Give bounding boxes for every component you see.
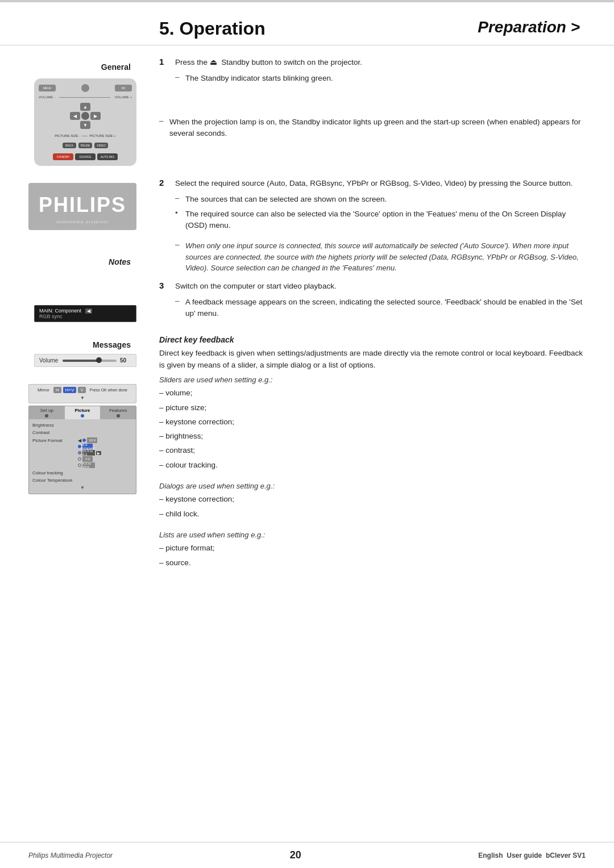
step-2-bullet-text-2: The required source can also be selected…	[185, 208, 586, 232]
slider-text-1: – volume;	[159, 387, 193, 399]
footer-page-number: 20	[290, 849, 301, 861]
spacer-5	[159, 523, 586, 529]
source-line2: RGB sync	[39, 314, 131, 319]
slider-item-5: – contrast;	[159, 445, 586, 456]
remote-volume-section: VOLUME - VOLUME +	[39, 95, 132, 99]
notes-italic-text: When only one input source is connected,…	[185, 240, 586, 274]
step-2-number: 2	[159, 178, 175, 187]
volume-label: Volume	[39, 357, 59, 364]
step-2-bullet-text-1: The sources that can be selected are sho…	[185, 194, 387, 205]
remote-up-btn: ▲	[80, 103, 90, 111]
remote-video-btn: VIDEO	[94, 143, 108, 148]
volume-value: 50	[120, 357, 131, 364]
spacer-1	[159, 94, 586, 116]
remote-ok-btn: OK	[115, 85, 132, 91]
dialogs-label: Dialogs are used when setting e.g.:	[159, 481, 586, 492]
remote-down-btn: ▼	[80, 121, 90, 129]
slider-item-3: – keystone correction;	[159, 416, 586, 428]
messages-label: Messages	[17, 340, 136, 349]
dialog-text-1: – keystone correction;	[159, 494, 234, 505]
slider-fill	[63, 360, 98, 362]
footer-left: Philips Multimedia Projector	[28, 852, 113, 859]
right-column: 1 Press the ⏏ Standby button to switch o…	[148, 45, 614, 589]
tab-dot-features	[117, 414, 120, 418]
osd-tabs: Set up Picture Features	[29, 406, 136, 419]
general-label: General	[101, 62, 136, 72]
header: 5. Operation Preparation >	[0, 2, 614, 45]
step-1-text: Press the ⏏ Standby button to switch on …	[175, 57, 586, 68]
philips-subtitle: multimedia projector	[36, 219, 128, 224]
dash-3a: –	[175, 297, 185, 305]
footer-product-name: bClever SV1	[546, 852, 586, 859]
spacer-2	[159, 148, 586, 171]
step-1-number: 1	[159, 57, 175, 66]
osd-menu: Set up Picture Features Brightness Contr…	[28, 406, 136, 494]
footer-guide-text: User guide	[507, 852, 542, 859]
osd-menu-items: Brightness Contrast Picture Format ◀ 16:…	[29, 419, 136, 494]
remote-standby-btn: STANDBY	[53, 153, 73, 160]
list-item-2: – source.	[159, 557, 586, 569]
remote-back-btn: BACK	[63, 143, 76, 148]
messages-intro: Direct key feedback is given when settin…	[159, 348, 586, 371]
general-section: General MENU OK VOLUME - VOLUME +	[17, 57, 136, 166]
dash-1: –	[175, 73, 185, 81]
dialog-text-2: – child lock.	[159, 508, 200, 520]
osd-item-contrast: Contrast	[32, 429, 132, 436]
step-3-row: 3 Switch on the computer or start video …	[159, 281, 586, 292]
messages-title: Direct key feedback	[159, 335, 586, 344]
tab-dot-picture	[81, 414, 84, 418]
step-1-bullet-1: – The Standby indicator starts blinking …	[159, 73, 586, 84]
osd-scroll-indicator: ▼	[80, 485, 85, 490]
remote-menu-btn: MENU	[39, 85, 56, 91]
slider-text-6: – colour tracking.	[159, 460, 218, 471]
slider-text-4: – brightness;	[159, 431, 203, 442]
mirror-v-btn: V	[78, 387, 85, 393]
philips-logo-block: PHILIPS multimedia projector	[28, 183, 136, 230]
osd-item-colour-tracking: Colour tracking	[32, 469, 132, 477]
remote-auto-btn: AUTO IMG	[97, 153, 118, 160]
slider-text-3: – keystone correction;	[159, 416, 234, 428]
step-2-block: 2 Select the required source (Auto, Data…	[159, 178, 586, 231]
list-text-1: – picture format;	[159, 542, 215, 554]
dialog-item-1: – keystone correction;	[159, 494, 586, 505]
remote-left-btn: ◀	[70, 112, 80, 120]
source-line1: MAIN: Component ◀	[39, 308, 131, 314]
remote-power-btn	[81, 84, 89, 92]
footer: Philips Multimedia Projector 20 English …	[0, 842, 614, 868]
mirror-hv-btn: H+V	[63, 387, 77, 393]
step-3-number: 3	[159, 281, 175, 290]
volume-slider: Volume 50	[34, 354, 136, 367]
step-1-block: 1 Press the ⏏ Standby button to switch o…	[159, 57, 586, 85]
notes-dash-icon: –	[175, 240, 185, 249]
step-1-bullet-text-1: The Standby indicator starts blinking gr…	[185, 73, 333, 84]
footer-language: English	[478, 852, 503, 859]
mirror-h-btn: H	[53, 387, 61, 393]
slider-track	[63, 360, 117, 362]
list-text-2: – source.	[159, 557, 191, 569]
step-3-text: Switch on the computer or start video pl…	[175, 281, 586, 292]
notes-block: – When only one input source is connecte…	[159, 240, 586, 274]
remote-pause-btn: PAUSE	[78, 143, 92, 148]
step-2-bullet-2: • The required source can also be select…	[159, 208, 586, 232]
step-3-bullet-text-1: A feedback message appears on the screen…	[185, 297, 586, 320]
step-1-row: 1 Press the ⏏ Standby button to switch o…	[159, 57, 586, 68]
slider-text-2: – picture size;	[159, 402, 206, 414]
remote-right-btn: ▶	[90, 112, 101, 120]
dash-1b: –	[159, 116, 169, 125]
step-2-row: 2 Select the required source (Auto, Data…	[159, 178, 586, 189]
osd-tab-features: Features	[100, 406, 136, 419]
step-1b-text: When the projection lamp is on, the Stan…	[169, 116, 586, 140]
mirror-dialog: Mirror H H+V V Press OK when done ▼	[28, 384, 136, 403]
osd-item-picture-format: Picture Format ◀ 16:9 16:9 Enlarged 16:9…	[32, 436, 132, 469]
lists-label: Lists are used when setting e.g.:	[159, 529, 586, 541]
slider-text-5: – contrast;	[159, 445, 195, 456]
mirror-row: Mirror H H+V V Press OK when done	[32, 387, 132, 393]
slider-item-2: – picture size;	[159, 402, 586, 414]
page-title: 5. Operation	[159, 18, 265, 39]
bullet-dot-2: •	[175, 208, 185, 217]
slider-item-1: – volume;	[159, 387, 586, 399]
osd-item-brightness: Brightness	[32, 422, 132, 429]
step-3-block: 3 Switch on the computer or start video …	[159, 281, 586, 320]
step-3-bullet-1: – A feedback message appears on the scre…	[159, 297, 586, 320]
philips-logo: PHILIPS	[36, 193, 128, 217]
